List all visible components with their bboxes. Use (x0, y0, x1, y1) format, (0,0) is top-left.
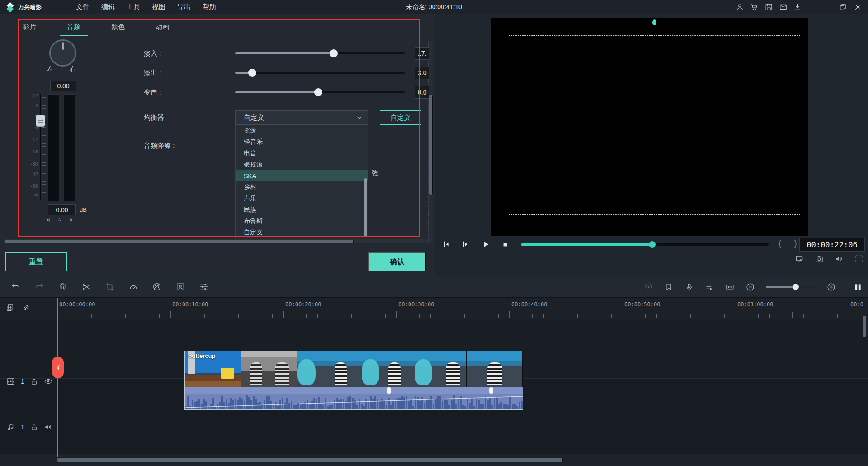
voiceover-icon[interactable] (684, 282, 694, 292)
display-settings-icon[interactable] (795, 254, 804, 263)
tab-颜色[interactable]: 颜色 (96, 16, 140, 37)
menu-item-2[interactable]: 编辑 (101, 3, 115, 11)
redo-icon[interactable] (34, 282, 44, 292)
timeline-clip[interactable]: buttercup (184, 351, 523, 410)
volume-fader-handle[interactable] (36, 115, 45, 127)
progress-fill (521, 243, 652, 246)
confirm-button[interactable]: 确认 (368, 252, 426, 271)
minimize-icon[interactable] (824, 3, 832, 11)
add-track-icon[interactable] (5, 303, 14, 312)
mail-icon[interactable] (779, 3, 788, 11)
undo-icon[interactable] (11, 282, 21, 292)
panel-vertical-scrollbar[interactable] (429, 41, 433, 243)
equalizer-select[interactable]: 自定义 (235, 110, 368, 125)
timeline-ruler[interactable]: 00:00:00:0000:00:10:0000:00:20:0000:00:3… (0, 298, 868, 319)
pan-knob[interactable] (49, 39, 76, 67)
zoom-handle[interactable] (793, 284, 799, 290)
equalizer-option-摇滚[interactable]: 摇滚 (236, 125, 368, 136)
fullscreen-icon[interactable] (854, 254, 863, 263)
menu-item-5[interactable]: 导出 (177, 3, 191, 11)
equalizer-option-硬摇滚[interactable]: 硬摇滚 (236, 159, 368, 170)
menu-item-6[interactable]: 帮助 (203, 3, 216, 11)
speaker-icon[interactable] (44, 423, 53, 432)
equalizer-custom-button[interactable]: 自定义 (380, 110, 421, 125)
volume-input[interactable]: 0.00 (48, 204, 76, 215)
download-icon[interactable] (793, 3, 802, 11)
slider-track-0[interactable] (235, 52, 405, 54)
split-icon[interactable] (81, 282, 91, 292)
timeline-zoom-slider[interactable] (766, 286, 816, 288)
scrollbar-thumb[interactable] (429, 95, 433, 195)
audio-mixer-icon[interactable] (705, 282, 714, 292)
cart-icon[interactable] (750, 3, 759, 11)
menu-item-3[interactable]: 工具 (127, 3, 140, 11)
preview-canvas[interactable] (491, 18, 808, 236)
fit-timeline-icon[interactable] (725, 282, 735, 292)
equalizer-option-布鲁斯[interactable]: 布鲁斯 (236, 215, 368, 227)
link-icon[interactable] (22, 303, 31, 312)
marker-icon[interactable] (664, 282, 674, 292)
equalizer-option-声乐[interactable]: 声乐 (236, 193, 368, 204)
lock-open-icon[interactable] (30, 377, 38, 386)
menu-item-1[interactable]: 文件 (76, 3, 90, 11)
slider-handle[interactable] (314, 88, 322, 96)
delete-icon[interactable] (58, 282, 68, 292)
volume-envelope-line[interactable] (185, 394, 523, 409)
timeline-horizontal-scrollbar[interactable] (0, 457, 868, 464)
restore-icon[interactable] (839, 3, 847, 11)
clip-selection-box[interactable] (509, 35, 800, 215)
crop-icon[interactable] (105, 282, 115, 292)
save-icon[interactable] (764, 3, 773, 11)
adjust-icon[interactable] (199, 282, 209, 292)
progress-handle[interactable] (649, 241, 656, 248)
account-icon[interactable] (736, 3, 744, 11)
denoise-option-strong[interactable]: 強 (372, 167, 378, 179)
chroma-icon[interactable] (175, 282, 185, 292)
rotate-handle[interactable] (652, 19, 656, 25)
kf-add-icon[interactable] (56, 216, 63, 223)
prev-frame-icon[interactable] (442, 240, 451, 249)
speaker-icon[interactable] (835, 254, 844, 263)
kf-next-icon[interactable] (68, 216, 75, 223)
balance-input[interactable]: 0.00 (50, 81, 76, 91)
equalizer-option-SKA[interactable]: SKA (236, 170, 368, 181)
snapshot-icon[interactable] (815, 254, 824, 263)
zoom-out-icon[interactable] (745, 282, 755, 292)
slider-handle[interactable] (248, 69, 256, 77)
eye-icon[interactable] (44, 377, 53, 386)
ruler-tick (283, 311, 284, 318)
menu-item-4[interactable]: 视图 (152, 3, 165, 11)
scrollbar-thumb[interactable] (5, 240, 354, 243)
panel-horizontal-scrollbar[interactable] (4, 239, 428, 243)
playhead-scissors-handle[interactable]: ✂ (52, 357, 64, 378)
scrollbar-thumb[interactable] (57, 458, 563, 462)
keyframe-marker[interactable] (489, 387, 493, 394)
next-frame-icon[interactable] (461, 240, 470, 249)
preview-progress-bar[interactable] (521, 243, 769, 246)
play-icon[interactable] (480, 239, 491, 250)
equalizer-option-乡村[interactable]: 乡村 (236, 181, 368, 193)
render-preview-icon[interactable] (644, 282, 653, 292)
timeline-vertical-scrollbar[interactable] (863, 316, 866, 337)
equalizer-option-自定义[interactable]: 自定义 (236, 227, 368, 238)
tab-影片[interactable]: 影片 (7, 16, 52, 37)
lock-open-icon[interactable] (30, 423, 38, 432)
close-icon[interactable] (854, 3, 862, 11)
stop-icon[interactable] (501, 240, 509, 249)
keyframe-marker[interactable] (387, 387, 391, 394)
tab-动画[interactable]: 动画 (140, 16, 184, 37)
slider-handle[interactable] (330, 49, 338, 57)
color-icon[interactable] (152, 282, 162, 292)
zoom-in-icon[interactable] (826, 282, 836, 292)
kf-prev-icon[interactable] (44, 216, 52, 223)
track-manager-icon[interactable] (853, 282, 863, 292)
tab-音频[interactable]: 音频 (52, 16, 96, 37)
reset-button[interactable]: 重置 (5, 252, 67, 271)
dropdown-scrollbar[interactable] (364, 178, 367, 237)
equalizer-option-电音[interactable]: 电音 (236, 147, 368, 159)
slider-track-1[interactable] (235, 72, 405, 74)
equalizer-option-轻音乐[interactable]: 轻音乐 (236, 136, 368, 147)
equalizer-option-民族[interactable]: 民族 (236, 204, 368, 215)
speed-icon[interactable] (128, 282, 138, 292)
slider-track-2[interactable] (235, 91, 405, 93)
